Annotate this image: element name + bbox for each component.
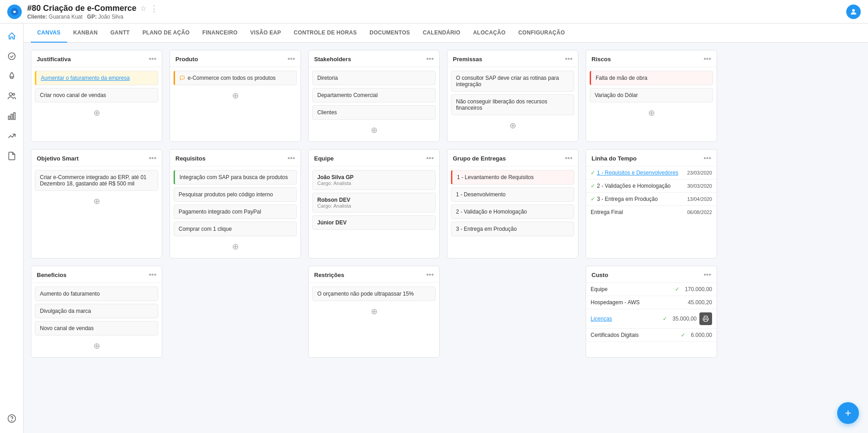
sidebar-item-chart[interactable]: [3, 107, 21, 125]
card-premissas: Premissas ••• O consultor SAP deve criar…: [447, 50, 578, 142]
timeline-date-3: 06/08/2022: [687, 209, 712, 215]
riscos-add-btn[interactable]: ⊕: [590, 105, 713, 121]
timeline-label-0[interactable]: 1 - Requisitos e Desenvolvedores: [597, 170, 684, 176]
entrega-item-1[interactable]: 1 - Desenvolvimento: [451, 187, 574, 202]
card-requisitos-menu[interactable]: •••: [287, 154, 295, 162]
card-custo-title: Custo: [592, 272, 608, 278]
card-justificativa-menu[interactable]: •••: [149, 55, 156, 63]
timeline-item-0[interactable]: ✓ 1 - Requisitos e Desenvolvedores 23/03…: [586, 166, 717, 180]
beneficios-item-2[interactable]: Novo canal de vendas: [35, 321, 158, 336]
beneficios-add-btn[interactable]: ⊕: [35, 338, 158, 354]
stakeholders-add-btn[interactable]: ⊕: [312, 122, 436, 138]
card-stakeholders-menu[interactable]: •••: [426, 55, 434, 63]
card-equipe-menu[interactable]: •••: [426, 154, 434, 162]
entrega-item-3[interactable]: 3 - Entrega em Produção: [451, 222, 574, 236]
stakeholders-item-2[interactable]: Clientes: [312, 105, 436, 120]
tab-financeiro[interactable]: FINANCEIRO: [196, 24, 244, 43]
custo-item-3[interactable]: Certificados Digitais ✓ 6.000,00: [586, 329, 717, 342]
justificativa-item-1[interactable]: Criar novo canal de vendas: [35, 88, 158, 102]
stakeholders-item-0[interactable]: Diretoria: [312, 71, 436, 85]
card-linha-tempo-menu[interactable]: •••: [703, 154, 711, 162]
sidebar-item-analytics[interactable]: [3, 127, 21, 145]
tab-alocacao[interactable]: ALOCAÇÃO: [467, 24, 512, 43]
sidebar-item-help[interactable]: [3, 409, 21, 428]
empty-col4-row3: [447, 266, 578, 358]
card-beneficios-menu[interactable]: •••: [149, 271, 156, 279]
tab-canvas[interactable]: CANVAS: [31, 24, 67, 43]
sidebar-item-rocket[interactable]: [3, 67, 21, 85]
card-produto-menu[interactable]: •••: [287, 55, 295, 63]
project-title: #80 Criação de e-Commerce: [27, 4, 136, 13]
print-button[interactable]: [699, 312, 712, 325]
card-riscos-menu[interactable]: •••: [703, 55, 711, 63]
riscos-item-0[interactable]: Falta de mão de obra: [590, 71, 713, 85]
card-custo-body: Equipe ✓ 170.000,00 Hospedagem - AWS 45.…: [586, 283, 717, 342]
sidebar-item-users[interactable]: [3, 87, 21, 105]
card-grupo-entregas-title: Grupo de Entregas: [453, 155, 506, 162]
app-logo[interactable]: [7, 5, 22, 19]
equipe-member-0[interactable]: João Silva GP Cargo: Analista: [312, 170, 436, 190]
equipe-member-2[interactable]: Júnior DEV: [312, 215, 436, 230]
card-beneficios-body: Aumento do faturamento Divulgação da mar…: [31, 283, 162, 357]
card-premissas-menu[interactable]: •••: [565, 55, 572, 63]
timeline-item-1[interactable]: ✓ 2 - Validações e Homologação 30/03/202…: [586, 180, 717, 193]
tab-docs[interactable]: DOCUMENTOS: [363, 24, 416, 43]
user-avatar[interactable]: [846, 5, 861, 19]
tab-config[interactable]: CONFIGURAÇÃO: [512, 24, 571, 43]
card-objetivo-menu[interactable]: •••: [149, 154, 156, 162]
card-equipe-header: Equipe •••: [309, 150, 439, 166]
card-restricoes-body: O orçamento não pode ultrapassar 15% ⊕: [309, 283, 439, 323]
card-beneficios-header: Beneficios •••: [31, 266, 162, 283]
equipe-member-1[interactable]: Robson DEV Cargo: Analista: [312, 193, 436, 213]
premissas-item-1[interactable]: Não conseguir liberação dos recursos fin…: [451, 94, 574, 115]
justificativa-item-0[interactable]: Aumentar o faturamento da empresa: [35, 71, 158, 85]
card-riscos-body: Falta de mão de obra Variação do Dólar ⊕: [586, 67, 717, 124]
requisitos-item-3[interactable]: Comprar com 1 clique: [174, 222, 297, 236]
timeline-item-3[interactable]: Entrega Final 06/08/2022: [586, 206, 717, 219]
custo-item-2[interactable]: Licenças ✓ 35.000,00: [586, 309, 717, 329]
beneficios-item-0[interactable]: Aumento do faturamento: [35, 287, 158, 301]
restricoes-item-0[interactable]: O orçamento não pode ultrapassar 15%: [312, 287, 436, 301]
sidebar-item-check[interactable]: [3, 47, 21, 65]
custo-label-2[interactable]: Licenças: [591, 316, 663, 322]
riscos-item-1[interactable]: Variação do Dólar: [590, 88, 713, 102]
timeline-item-2[interactable]: ✓ 3 - Entrega em Produção 13/04/2020: [586, 193, 717, 206]
premissas-add-btn[interactable]: ⊕: [451, 118, 574, 133]
restricoes-add-btn[interactable]: ⊕: [312, 304, 436, 319]
menu-dots-icon[interactable]: ⋮: [150, 4, 158, 14]
requisitos-item-0[interactable]: Integração com SAP para busca de produto…: [174, 170, 297, 185]
entrega-item-2[interactable]: 2 - Validação e Homologação: [451, 204, 574, 219]
custo-item-0[interactable]: Equipe ✓ 170.000,00: [586, 283, 717, 296]
produto-item-0[interactable]: e-Commerce com todos os produtos: [174, 71, 297, 85]
tab-plano[interactable]: PLANO DE AÇÃO: [136, 24, 196, 43]
card-custo: Custo ••• Equipe ✓ 170.000,00 Hospedagem…: [586, 266, 717, 358]
custo-item-1[interactable]: Hospedagem - AWS 45.000,20: [586, 296, 717, 309]
sidebar-item-home[interactable]: [3, 27, 21, 45]
objetivo-item-0[interactable]: Criar e-Commerce integrado ao ERP, até 0…: [35, 170, 158, 191]
entrega-item-0[interactable]: 1 - Levantamento de Requisitos: [451, 170, 574, 185]
custo-value-3: 6.000,00: [691, 332, 712, 338]
sidebar-item-docs[interactable]: [3, 147, 21, 165]
card-objetivo: Objetivo Smart ••• Criar e-Commerce inte…: [31, 149, 162, 258]
tab-gantt[interactable]: GANTT: [104, 24, 136, 43]
tab-visao[interactable]: VISÃO EAP: [244, 24, 287, 43]
card-custo-menu[interactable]: •••: [703, 271, 711, 279]
requisitos-add-btn[interactable]: ⊕: [174, 239, 297, 254]
beneficios-item-1[interactable]: Divulgação da marca: [35, 304, 158, 318]
fab-add-button[interactable]: +: [837, 402, 859, 424]
empty-col2-row3: [170, 266, 301, 358]
tab-kanban[interactable]: KANBAN: [67, 24, 104, 43]
star-icon[interactable]: ☆: [140, 4, 146, 13]
produto-add-btn[interactable]: ⊕: [174, 88, 297, 103]
stakeholders-item-1[interactable]: Departamento Comercial: [312, 88, 436, 102]
justificativa-add-btn[interactable]: ⊕: [35, 105, 158, 121]
objetivo-add-btn[interactable]: ⊕: [35, 194, 158, 209]
tab-calendario[interactable]: CALENDÁRIO: [417, 24, 467, 43]
tab-horas[interactable]: CONTROLE DE HORAS: [287, 24, 363, 43]
card-restricoes-menu[interactable]: •••: [426, 271, 434, 279]
premissas-item-0[interactable]: O consultor SAP deve criar as rotinas pa…: [451, 71, 574, 92]
card-grupo-entregas-menu[interactable]: •••: [565, 154, 572, 162]
requisitos-item-1[interactable]: Pesquisar produtos pelo código interno: [174, 187, 297, 202]
card-linha-tempo-header: Linha do Tempo •••: [586, 150, 717, 166]
requisitos-item-2[interactable]: Pagamento integrado com PayPal: [174, 204, 297, 219]
